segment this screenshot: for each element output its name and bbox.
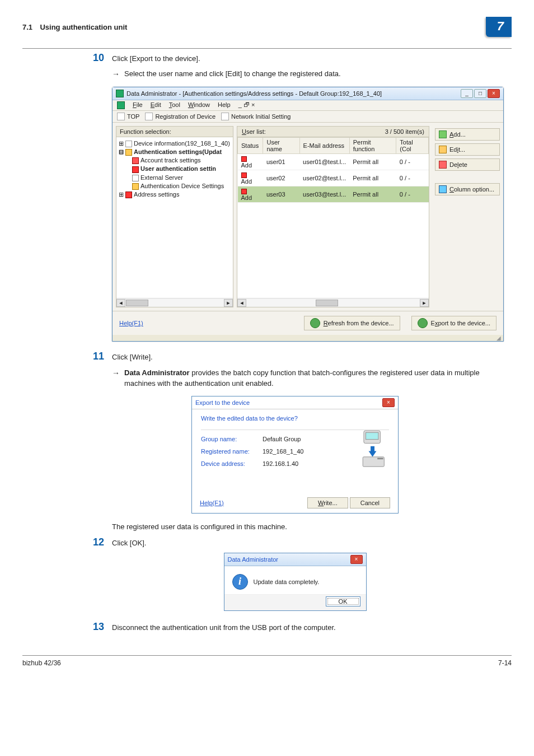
tree-auth-settings[interactable]: ⊟ Authentication settings(Updat [119,148,231,156]
info-dialog: Data Administrator × i Update data compl… [224,553,367,611]
refresh-icon [310,318,320,328]
delete-button[interactable]: Delete [435,158,500,171]
refresh-button[interactable]: Refresh from the device... [304,316,400,330]
table-row[interactable]: Add user02user02@test.l...Permit all0 / … [238,170,429,186]
edit-button[interactable]: Edit... [435,143,500,156]
step-11-number: 11 [90,351,104,362]
menubar: File Edit Tool Window Help _ 🗗 × [113,100,503,111]
arrow-icon: → [112,68,120,80]
data-administrator-window: Data Administrator - [Authentication set… [112,87,504,342]
menu-file[interactable]: File [133,101,143,109]
tree-head: Function selection: [116,127,233,137]
toolbar: TOP Registration of Device Network Initi… [113,111,503,123]
footer-right: 7-14 [498,659,512,667]
dialog-title: Export to the device [195,399,250,406]
col-email[interactable]: E-Mail address [299,138,349,154]
info-title: Data Administrator [228,556,278,563]
step-13-text: Disconnect the authentication unit from … [112,621,500,633]
arrow-icon: → [112,367,120,389]
col-permit[interactable]: Permit function [349,138,396,154]
tree-hscroll[interactable]: ◄► [116,298,233,307]
close-button[interactable]: × [488,89,500,98]
maximize-button[interactable]: □ [474,89,486,98]
dialog-close-button[interactable]: × [382,398,395,407]
svg-rect-3 [377,458,383,459]
titlebar[interactable]: Data Administrator - [Authentication set… [113,87,503,100]
user-icon [241,172,247,178]
device-icon [360,430,389,469]
toolbar-top[interactable]: TOP [117,113,139,120]
minimize-button[interactable]: _ [461,89,473,98]
info-message: Update data completely. [254,578,320,585]
chapter-tab: 7 [486,17,512,37]
column-option-button[interactable]: Column option... [435,183,500,195]
step-10-number: 10 [90,52,104,64]
mdi-controls[interactable]: _ 🗗 × [238,101,255,109]
tree-external-server[interactable]: External Server [119,174,231,182]
ok-button[interactable]: OK [326,596,360,606]
tree-account-track[interactable]: Account track settings [119,156,231,165]
col-status[interactable]: Status [238,138,263,154]
tree-user-auth[interactable]: User authentication settin [119,165,231,173]
step-13-number: 13 [90,621,104,633]
user-icon [241,189,247,194]
dialog-message: Write the edited data to the device? [201,415,389,422]
info-titlebar[interactable]: Data Administrator × [224,553,366,566]
action-panel: Add... Edit... Delete Column option... [433,126,500,307]
export-icon [418,318,428,328]
write-button[interactable]: Write... [307,497,348,508]
userlist-count: 3 / 500 item(s) [385,128,424,135]
row-group: Group name:Default Group [201,436,360,442]
column-icon [439,185,447,193]
info-icon: i [232,574,248,590]
add-icon [439,130,447,138]
section-num: 7.1 [22,23,32,31]
col-total[interactable]: Total (Col [396,138,429,154]
edit-icon [439,146,447,153]
user-icon [241,156,247,162]
step-11-text: Click [Write]. [112,351,500,362]
export-dialog: Export to the device × Write the edited … [191,396,399,514]
menu-tool[interactable]: Tool [169,101,180,109]
resize-grip[interactable]: ◢ [113,335,503,341]
userlist-header-row: Status User name E-Mail address Permit f… [238,138,429,154]
tree-address-settings[interactable]: ⊞ Address settings [119,190,231,199]
step-10-text: Click [Export to the device]. [112,52,500,64]
app-icon [116,90,124,97]
step-12-text: Click [OK]. [112,536,500,548]
svg-rect-1 [366,432,378,439]
info-close-button[interactable]: × [350,555,363,564]
tree-device-info[interactable]: ⊞ Device information(192_168_1_40) [119,139,231,148]
user-list-panel: User list: 3 / 500 item(s) Status User n… [237,126,429,307]
menu-edit[interactable]: Edit [151,101,161,109]
col-username[interactable]: User name [263,138,299,154]
table-row[interactable]: Add user01user01@test.l...Permit all0 / … [238,154,429,170]
row-address: Device address:192.168.1.40 [201,460,360,467]
dialog-help-link[interactable]: Help(F1) [200,500,224,506]
step-10-sub: Select the user name and click [Edit] to… [124,68,341,80]
delete-icon [439,161,447,169]
function-tree-panel: Function selection: ⊞ Device information… [116,126,233,307]
tree-auth-device[interactable]: Authentication Device Settings [119,182,231,190]
menu-window[interactable]: Window [188,101,210,109]
userlist-label: User list: [242,128,266,135]
export-button[interactable]: Export to the device... [411,316,496,330]
dialog-titlebar[interactable]: Export to the device × [192,396,398,409]
window-title: Data Administrator - [Authentication set… [127,90,382,97]
help-link[interactable]: Help(F1) [119,320,143,326]
step-12-number: 12 [90,536,104,548]
toolbar-register[interactable]: Registration of Device [145,113,216,120]
section-title: Using authentication unit [40,23,127,31]
row-registered: Registered name:192_168_1_40 [201,448,360,455]
menu-help[interactable]: Help [218,101,231,109]
add-button[interactable]: Add... [435,128,500,141]
menu-app-icon [117,101,125,109]
step-11-sub: Data Administrator provides the batch co… [124,367,500,389]
toolbar-network[interactable]: Network Initial Setting [221,113,291,120]
table-row-selected[interactable]: Add user03user03@test.l...Permit all0 / … [238,186,429,203]
footer-left: bizhub 42/36 [22,659,61,667]
list-hscroll[interactable]: ◄► [237,298,429,307]
post-step11-text: The registered user data is configured i… [112,522,500,531]
cancel-button[interactable]: Cancel [350,497,390,508]
